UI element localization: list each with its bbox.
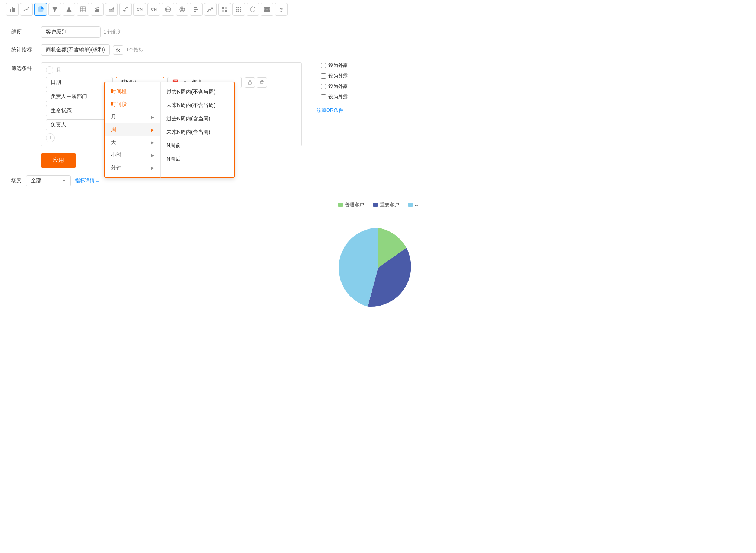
svg-point-15: [125, 8, 126, 9]
toolbar-btn-layout[interactable]: [261, 3, 273, 16]
metric-hint: 1个指标: [126, 47, 143, 53]
dropdown-item-week[interactable]: 周 ▶: [105, 123, 160, 136]
time-period-dropdown: 时间段 时间段 月 ▶ 周 ▶ 天 ▶ 小时 ▶ 分钟 ▶: [104, 82, 235, 178]
filter-field-owner[interactable]: 负责人: [46, 119, 113, 130]
dropdown-right-item-0[interactable]: 过去N周内(不含当周): [161, 85, 234, 99]
svg-rect-11: [95, 10, 96, 12]
dropdown-right-item-3[interactable]: 未来N周内(含当周): [161, 126, 234, 139]
chevron-right-icon-month: ▶: [151, 115, 154, 119]
dropdown-item-day[interactable]: 天 ▶: [105, 136, 160, 149]
fx-button[interactable]: fx: [113, 45, 123, 55]
add-or-button[interactable]: 添加OR条件: [317, 107, 348, 114]
svg-rect-34: [222, 10, 224, 12]
minus-button[interactable]: −: [46, 66, 53, 74]
filter-field-date[interactable]: 日期: [46, 77, 113, 88]
legend-label-2: --: [415, 202, 418, 208]
dropdown-right-item-5[interactable]: N周后: [161, 152, 234, 166]
legend-item-2: --: [408, 202, 418, 208]
chevron-right-icon-minute: ▶: [151, 166, 154, 170]
dropdown-right-item-4[interactable]: N周前: [161, 139, 234, 152]
dropdown-item-hour[interactable]: 小时 ▶: [105, 149, 160, 161]
legend-label-0: 普通客户: [345, 202, 364, 208]
svg-marker-6: [68, 7, 70, 9]
svg-marker-4: [54, 10, 56, 12]
svg-point-39: [238, 7, 239, 8]
toolbar-btn-funnel-up[interactable]: [63, 3, 75, 16]
toolbar-btn-funnel-down[interactable]: [48, 3, 61, 16]
lock-icon-btn[interactable]: [245, 77, 255, 88]
scene-select[interactable]: 全部 ▼: [26, 175, 71, 186]
toolbar-btn-area[interactable]: [105, 3, 118, 16]
svg-point-31: [213, 9, 214, 10]
toolbar-btn-help[interactable]: ?: [275, 3, 288, 16]
add-filter-button[interactable]: +: [46, 133, 55, 142]
toolbar-btn-pie[interactable]: [34, 3, 47, 16]
and-text: 且: [56, 67, 61, 73]
toolbar-btn-dots[interactable]: [232, 3, 245, 16]
svg-rect-7: [80, 7, 86, 12]
toolbar-btn-bar2[interactable]: [190, 3, 203, 16]
toolbar-btn-world[interactable]: [162, 3, 174, 16]
svg-rect-0: [10, 9, 11, 12]
svg-marker-5: [66, 9, 72, 12]
delete-icon-btn-1[interactable]: [257, 77, 267, 88]
svg-point-17: [124, 10, 126, 12]
expose-check-3[interactable]: [321, 84, 326, 89]
svg-rect-35: [225, 10, 227, 12]
chevron-right-icon-day: ▶: [151, 140, 154, 145]
svg-rect-25: [194, 9, 198, 10]
toolbar-btn-hexagon[interactable]: [247, 3, 259, 16]
svg-rect-46: [264, 7, 270, 9]
dimension-value[interactable]: 客户级别: [41, 26, 101, 38]
expose-check-4[interactable]: [321, 94, 326, 99]
chart-area: [11, 216, 745, 328]
svg-point-44: [240, 11, 241, 12]
and-badge: − 且: [46, 66, 297, 74]
filter-label: 筛选条件: [11, 62, 41, 72]
dimension-hint: 1个维度: [104, 29, 121, 35]
toolbar-btn-combined[interactable]: [91, 3, 104, 16]
dropdown-title: 时间段: [105, 85, 160, 98]
svg-point-16: [126, 7, 128, 8]
expose-checkbox-2[interactable]: 设为外露: [321, 73, 348, 79]
toolbar-btn-scatter[interactable]: [119, 3, 132, 16]
expose-checkbox-4[interactable]: 设为外露: [321, 94, 348, 100]
dropdown-right-item-1[interactable]: 未来N周内(不含当周): [161, 99, 234, 112]
apply-button[interactable]: 应用: [41, 153, 76, 168]
legend-dot-0: [338, 203, 343, 207]
svg-marker-3: [52, 7, 57, 10]
toolbar-btn-cn1[interactable]: CN: [133, 3, 146, 16]
toolbar-btn-grid[interactable]: [218, 3, 231, 16]
metric-value[interactable]: 商机金额(不含输单)(求和): [41, 44, 110, 56]
legend-item-0: 普通客户: [338, 202, 364, 208]
svg-rect-33: [225, 7, 227, 9]
dropdown-item-minute[interactable]: 分钟 ▶: [105, 161, 160, 174]
dropdown-right-item-2[interactable]: 过去N周内(含当周): [161, 112, 234, 126]
svg-point-40: [238, 9, 239, 10]
dropdown-left-panel: 时间段 时间段 月 ▶ 周 ▶ 天 ▶ 小时 ▶ 分钟 ▶: [104, 82, 160, 178]
expose-checkbox-1[interactable]: 设为外露: [321, 62, 348, 69]
expose-check-1[interactable]: [321, 63, 326, 68]
filter-field-status[interactable]: 生命状态: [46, 105, 113, 116]
filter-field-dept[interactable]: 负责人主属部门 ⊞: [46, 91, 113, 102]
toolbar-btn-line2[interactable]: [204, 3, 217, 16]
svg-rect-24: [194, 7, 197, 8]
metrics-list-icon: ≡: [96, 178, 99, 184]
main-content: 维度 客户级别 1个维度 统计指标 商机金额(不含输单)(求和) fx 1个指标…: [0, 19, 756, 335]
metrics-link[interactable]: 指标详情 ≡: [75, 177, 99, 184]
expose-check-2[interactable]: [321, 73, 326, 79]
toolbar-btn-line[interactable]: [20, 3, 33, 16]
toolbar-btn-globe[interactable]: [176, 3, 188, 16]
toolbar-btn-bar[interactable]: [6, 3, 19, 16]
legend-label-1: 重要客户: [380, 202, 399, 208]
metric-row: 统计指标 商机金额(不含输单)(求和) fx 1个指标: [11, 44, 745, 56]
chevron-down-icon: ▼: [62, 179, 66, 183]
dropdown-item-time-period[interactable]: 时间段: [105, 98, 160, 111]
dropdown-item-month[interactable]: 月 ▶: [105, 111, 160, 123]
toolbar-btn-table[interactable]: [77, 3, 89, 16]
toolbar-btn-cn2[interactable]: CN: [147, 3, 160, 16]
scene-label: 场景: [11, 177, 22, 184]
expose-checkbox-3[interactable]: 设为外露: [321, 83, 348, 90]
svg-point-30: [212, 7, 213, 9]
right-actions: 设为外露 设为外露 设为外露 设为外露 添加OR条件: [317, 62, 348, 114]
